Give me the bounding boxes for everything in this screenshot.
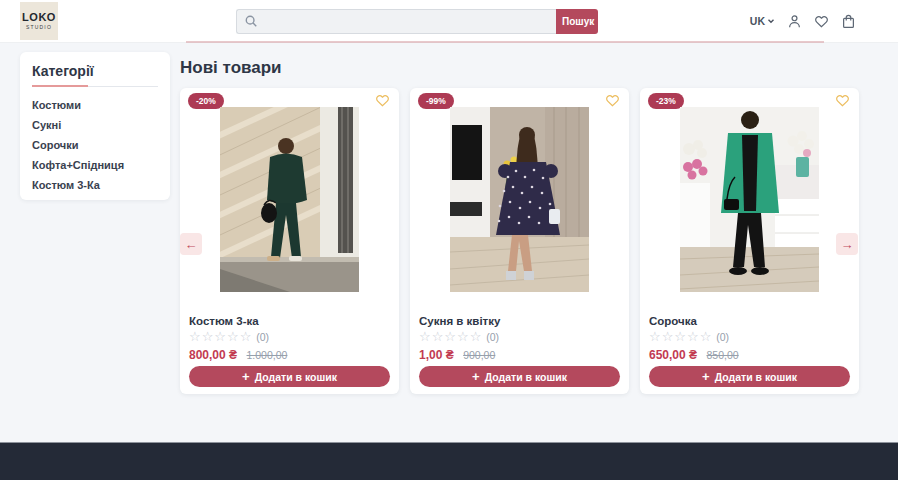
divider [32, 86, 158, 87]
product-title[interactable]: Сукня в квітку [419, 315, 500, 327]
header: LOKO STUDIO Пошук UK [0, 0, 898, 43]
discount-badge: -99% [418, 93, 454, 109]
cart-bag-icon[interactable] [841, 14, 856, 29]
favorite-heart-icon[interactable] [835, 93, 850, 108]
product-card: -23% [640, 88, 859, 394]
product-image[interactable] [680, 107, 819, 292]
plus-icon: + [472, 370, 480, 383]
header-accent-line [186, 41, 824, 43]
sidebar-item-sukni[interactable]: Сукні [20, 115, 170, 135]
star-icon: ☆ [470, 329, 483, 344]
star-icon: ☆ [687, 329, 700, 344]
search-input[interactable] [236, 9, 556, 34]
price-row: 800,00 ₴ 1.000,00 [189, 345, 287, 363]
sidebar-item-kofta[interactable]: Кофта+Спідниця [20, 155, 170, 175]
account-icon[interactable] [787, 14, 802, 29]
rating-count: (0) [486, 331, 499, 343]
add-to-cart-label: Додати в кошик [715, 371, 797, 383]
price-row: 1,00 ₴ 900,00 [419, 345, 495, 363]
old-price: 900,00 [463, 349, 495, 361]
product-carousel: -20% [180, 88, 859, 394]
rating-stars: ☆☆☆☆☆(0) [419, 329, 499, 344]
page-title: Нові товари [180, 58, 282, 78]
language-selector[interactable]: UK [750, 15, 775, 27]
favorite-heart-icon[interactable] [375, 93, 390, 108]
star-icon: ☆ [214, 329, 227, 344]
plus-icon: + [242, 370, 250, 383]
star-icon: ☆ [432, 329, 445, 344]
star-icon: ☆ [240, 329, 253, 344]
discount-badge: -20% [188, 93, 224, 109]
product-card: -20% [180, 88, 399, 394]
search-button[interactable]: Пошук [556, 9, 598, 34]
star-icon: ☆ [189, 329, 202, 344]
product-image[interactable] [220, 107, 359, 292]
add-to-cart-button[interactable]: + Додати в кошик [419, 366, 620, 387]
logo[interactable]: LOKO STUDIO [20, 2, 58, 40]
product-title[interactable]: Костюм 3-ка [189, 315, 259, 327]
carousel-next-button[interactable]: → [836, 233, 858, 255]
arrow-right-icon: → [841, 237, 854, 252]
product-card: -99% [410, 88, 629, 394]
star-icon: ☆ [227, 329, 240, 344]
star-icon: ☆ [674, 329, 687, 344]
rating-stars: ☆☆☆☆☆(0) [649, 329, 729, 344]
wishlist-heart-icon[interactable] [814, 14, 829, 29]
footer [0, 442, 898, 480]
plus-icon: + [702, 370, 710, 383]
star-icon: ☆ [700, 329, 713, 344]
product-image[interactable] [450, 107, 589, 292]
star-icon: ☆ [649, 329, 662, 344]
price: 800,00 ₴ [189, 348, 237, 362]
discount-badge: -23% [648, 93, 684, 109]
header-actions: UK [750, 0, 856, 42]
page: LOKO STUDIO Пошук UK [0, 0, 898, 480]
star-icon: ☆ [202, 329, 215, 344]
categories-list: Костюми Сукні Сорочки Кофта+Спідниця Кос… [20, 95, 170, 195]
add-to-cart-label: Додати в кошик [255, 371, 337, 383]
categories-title: Категорії [32, 63, 158, 79]
price: 650,00 ₴ [649, 348, 697, 362]
chevron-down-icon [767, 17, 775, 25]
favorite-heart-icon[interactable] [605, 93, 620, 108]
rating-stars: ☆☆☆☆☆(0) [189, 329, 269, 344]
logo-subtext: STUDIO [26, 24, 52, 30]
rating-count: (0) [716, 331, 729, 343]
old-price: 850,00 [707, 349, 739, 361]
old-price: 1.000,00 [247, 349, 288, 361]
star-icon: ☆ [444, 329, 457, 344]
logo-text: LOKO [22, 12, 56, 23]
sidebar-item-kostiumy[interactable]: Костюми [20, 95, 170, 115]
star-icon: ☆ [457, 329, 470, 344]
carousel-prev-button[interactable]: ← [180, 233, 202, 255]
search-bar: Пошук [236, 9, 598, 34]
categories-panel: Категорії Костюми Сукні Сорочки Кофта+Сп… [20, 52, 170, 200]
sidebar-item-sorochky[interactable]: Сорочки [20, 135, 170, 155]
sidebar-item-kostium3[interactable]: Костюм 3-Ка [20, 175, 170, 195]
add-to-cart-button[interactable]: + Додати в кошик [189, 366, 390, 387]
add-to-cart-button[interactable]: + Додати в кошик [649, 366, 850, 387]
price: 1,00 ₴ [419, 348, 454, 362]
add-to-cart-label: Додати в кошик [485, 371, 567, 383]
star-icon: ☆ [419, 329, 432, 344]
arrow-left-icon: ← [185, 237, 198, 252]
star-icon: ☆ [662, 329, 675, 344]
language-label: UK [750, 15, 765, 27]
price-row: 650,00 ₴ 850,00 [649, 345, 739, 363]
product-title[interactable]: Сорочка [649, 315, 697, 327]
rating-count: (0) [256, 331, 269, 343]
